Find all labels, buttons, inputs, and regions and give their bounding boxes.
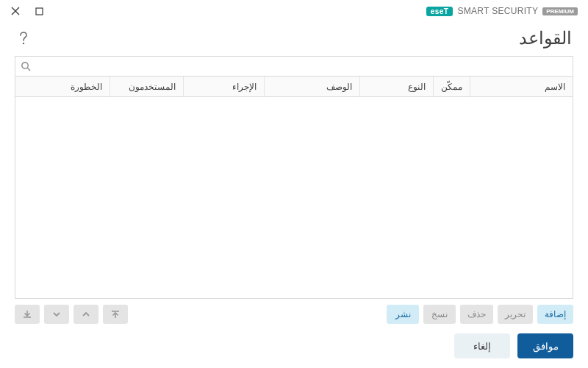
brand-tier: PREMIUM <box>542 7 578 15</box>
move-bottom-button[interactable] <box>15 305 40 324</box>
copy-button[interactable]: نسخ <box>423 305 456 324</box>
search-row <box>15 56 573 77</box>
maximize-icon[interactable] <box>34 6 44 16</box>
col-enabled[interactable]: ممكّن <box>433 77 470 96</box>
brand-product: SMART SECURITY <box>457 6 538 16</box>
ok-button[interactable]: موافق <box>517 333 573 358</box>
brand-logo: eseT <box>426 7 453 16</box>
action-bar: إضافة تحرير حذف نسخ نشر <box>15 299 573 324</box>
col-name[interactable]: الاسم <box>470 77 573 96</box>
table-body <box>15 97 573 298</box>
svg-rect-0 <box>36 8 43 15</box>
cancel-button[interactable]: إلغاء <box>454 333 510 358</box>
delete-button[interactable]: حذف <box>460 305 493 324</box>
header: القواعد <box>0 22 588 56</box>
col-severity[interactable]: الخطورة <box>15 77 110 96</box>
move-down-button[interactable] <box>44 305 69 324</box>
move-top-button[interactable] <box>103 305 128 324</box>
search-input[interactable] <box>36 57 568 76</box>
action-group-move <box>15 305 128 324</box>
col-type[interactable]: النوع <box>359 77 433 96</box>
window-controls <box>6 6 44 16</box>
col-users[interactable]: المستخدمون <box>110 77 183 96</box>
move-up-button[interactable] <box>74 305 98 324</box>
table-header: الاسم ممكّن النوع الوصف الإجراء المستخدم… <box>15 77 573 97</box>
deploy-button[interactable]: نشر <box>387 305 419 324</box>
svg-point-2 <box>22 63 28 68</box>
action-group-main: إضافة تحرير حذف نسخ نشر <box>387 305 573 324</box>
page-title: القواعد <box>519 28 572 49</box>
svg-point-1 <box>23 43 24 44</box>
help-icon[interactable] <box>16 31 31 46</box>
search-icon[interactable] <box>20 60 32 72</box>
col-description[interactable]: الوصف <box>264 77 359 96</box>
edit-button[interactable]: تحرير <box>498 305 533 324</box>
content: الاسم ممكّن النوع الوصف الإجراء المستخدم… <box>0 56 588 324</box>
add-button[interactable]: إضافة <box>537 305 573 324</box>
close-icon[interactable] <box>10 6 21 16</box>
footer: موافق إلغاء <box>0 324 588 368</box>
col-action[interactable]: الإجراء <box>183 77 264 96</box>
brand: eseT SMART SECURITY PREMIUM <box>426 6 582 16</box>
titlebar: eseT SMART SECURITY PREMIUM <box>0 0 588 22</box>
rules-table: الاسم ممكّن النوع الوصف الإجراء المستخدم… <box>15 77 573 299</box>
